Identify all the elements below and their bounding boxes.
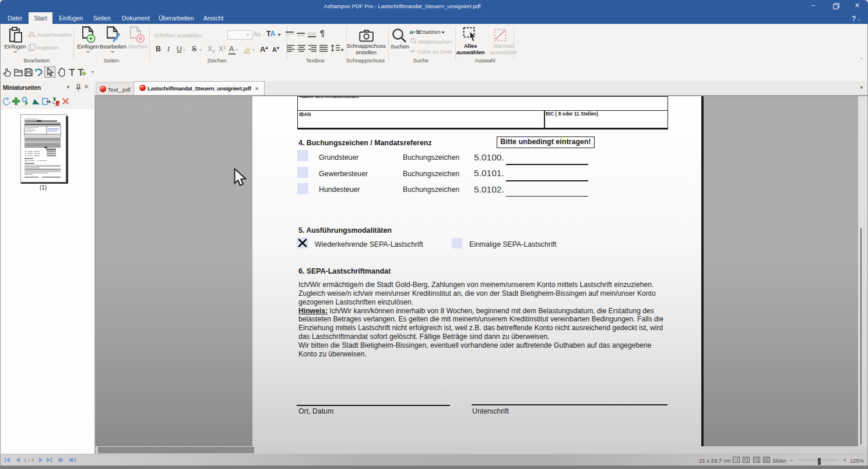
svg-text:1 / 4: 1 / 4 (23, 457, 34, 463)
